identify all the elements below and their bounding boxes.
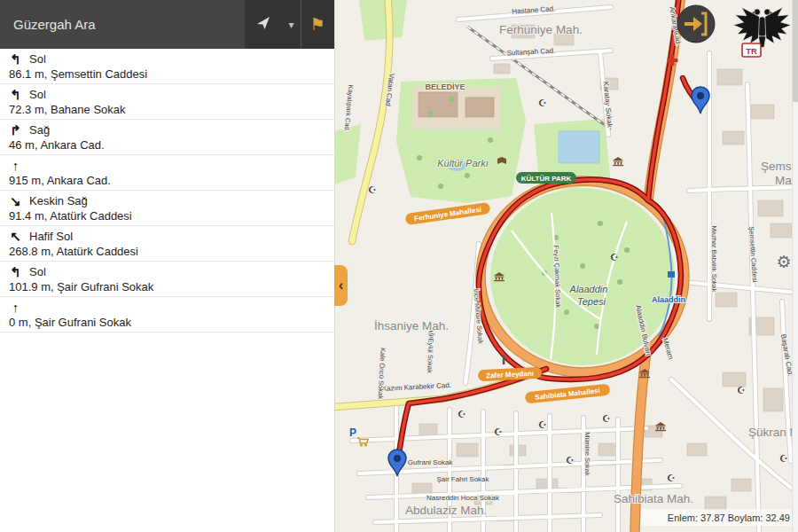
direction-row[interactable]: ↰ Sol 101.9 m, Şair Gufrani Sokak (0, 262, 334, 297)
tram-stop-marker (668, 271, 675, 278)
mosque-icon: ☪ (368, 184, 377, 195)
direction-detail: 86.1 m, Şemsettin Caddesi (9, 66, 325, 82)
search-options-dropdown[interactable]: ▾ (282, 0, 301, 49)
page-scrollbar[interactable] (792, 0, 798, 532)
hill-label: Alaaddin (569, 284, 608, 294)
district-label: Sahibiata Mah. (614, 492, 693, 505)
park-label: Kültür Parkı (437, 158, 488, 168)
mosque-icon: ☪ (610, 252, 619, 262)
svg-text:KÜLTÜR PARK: KÜLTÜR PARK (521, 175, 572, 183)
maneuver-label: Keskin Sağ (29, 194, 88, 207)
district-label: Şükran M (748, 426, 798, 439)
arrive-icon: ↑ (9, 301, 22, 314)
search-box (0, 0, 245, 49)
mosque-icon: ☪ (602, 413, 611, 424)
district-label: Abdulaziz Mah. (405, 504, 487, 517)
sharp-right-icon: ↘ (9, 194, 22, 207)
navigation-arrow-icon (256, 16, 270, 34)
mosque-icon: ☪ (566, 455, 575, 466)
search-input[interactable] (12, 16, 233, 33)
mosque-icon: ☪ (779, 453, 788, 464)
mosque-icon: ☪ (538, 98, 547, 108)
maneuver-label: Sağ (29, 123, 50, 137)
directions-list: ↰ Sol 86.1 m, Şemsettin Caddesi ↰ Sol 72… (0, 49, 334, 332)
parking-icon: P (349, 426, 356, 439)
maneuver-label: Sol (29, 88, 46, 101)
district-label: Ferhuniye Mah. (499, 23, 583, 36)
flag-button[interactable]: ⚑ (301, 0, 333, 49)
tram-stop-label: Alaaddin (652, 295, 685, 304)
slight-left-icon: ↖ (9, 230, 22, 243)
direction-row[interactable]: ↘ Keskin Sağ 91.4 m, Atatürk Caddesi (0, 191, 334, 226)
maneuver-label: Sol (29, 52, 46, 66)
direction-detail: 46 m, Ankara Cad. (9, 137, 325, 153)
mosque-icon: ☪ (494, 426, 503, 437)
settings-gear-button[interactable]: ⚙ (776, 253, 791, 271)
maneuver-label: Hafif Sol (29, 230, 73, 243)
badge-kultur-park: KÜLTÜR PARK (516, 172, 576, 184)
route-planner-app: ▾ ⚑ ↰ Sol 86.1 m, Şemsettin Caddesi ↰ So… (0, 0, 798, 532)
map-canvas[interactable]: ☪ ☪ ☪ ☪ ☪ ☪ ☪ ☪ ☪ ☪ ☪ ☪ P (334, 0, 798, 532)
direction-row[interactable]: ↑ 0 m, Şair Gufrani Sokak (0, 297, 334, 332)
turn-left-icon: ↰ (9, 52, 22, 66)
street-label: 9 Eylül Sokak (426, 332, 435, 373)
direction-detail: 101.9 m, Şair Gufrani Sokak (9, 279, 325, 294)
map-svg[interactable]: ☪ ☪ ☪ ☪ ☪ ☪ ☪ ☪ ☪ ☪ ☪ ☪ P (334, 0, 798, 532)
hill-label: Tepesi (577, 296, 606, 307)
search-bar: ▾ ⚑ (0, 0, 334, 49)
turn-left-icon: ↰ (9, 88, 22, 101)
mosque-icon: ☪ (737, 385, 746, 395)
maneuver-label: Sol (29, 265, 46, 278)
scrollbar-thumb[interactable] (793, 0, 798, 102)
turn-right-icon: ↱ (9, 123, 22, 137)
street-label: Şair Fahri Sokak (436, 475, 489, 483)
direction-detail: 72.3 m, Bahane Sokak (9, 102, 325, 117)
mosque-icon: ☪ (667, 473, 676, 483)
collapse-chevron-icon: ‹ (339, 277, 344, 294)
direction-detail: 268.8 m, Atatürk Caddesi (9, 244, 325, 259)
direction-row[interactable]: ↑ 915 m, Ankara Cad. (0, 155, 334, 191)
mosque-icon: ☪ (538, 419, 547, 430)
direction-row[interactable]: ↰ Sol 86.1 m, Şemsettin Caddesi (0, 49, 334, 84)
tr-country-badge: TR (742, 43, 761, 57)
flag-icon: ⚑ (309, 14, 325, 35)
continue-straight-icon: ↑ (9, 159, 22, 172)
district-label: İhsaniye Mah. (374, 319, 449, 332)
street-label: Nasreddin Hoca Sokak (426, 494, 500, 502)
direction-detail: 0 m, Şair Gufrani Sokak (9, 315, 325, 330)
direction-detail: 915 m, Ankara Cad. (9, 173, 325, 188)
svg-text:Enlem: 37.87 Boylam: 32.49: Enlem: 37.87 Boylam: 32.49 (668, 512, 790, 523)
belediye-label: BELEDİYE (425, 82, 465, 91)
street-label: Mazhar Babalık Sokak (710, 225, 718, 292)
direction-row[interactable]: ↱ Sağ 46 m, Ankara Cad. (0, 120, 334, 155)
login-button[interactable] (677, 5, 715, 43)
direction-row[interactable]: ↖ Hafif Sol 268.8 m, Atatürk Caddesi (0, 226, 334, 262)
direction-row[interactable]: ↰ Sol 72.3 m, Bahane Sokak (0, 84, 334, 120)
chevron-down-icon: ▾ (288, 19, 293, 31)
svg-text:TR: TR (746, 46, 757, 56)
coordinates-readout: Enlem: 37.87 Boylam: 32.49 (641, 509, 794, 526)
street-label: Mümine Sokak (583, 432, 591, 476)
sidebar-collapse-tab[interactable]: ‹ (334, 265, 348, 306)
sidebar: ▾ ⚑ ↰ Sol 86.1 m, Şemsettin Caddesi ↰ So… (0, 0, 335, 532)
turn-left-icon: ↰ (9, 265, 22, 278)
direction-detail: 91.4 m, Atatürk Caddesi (9, 208, 325, 223)
mosque-icon: ☪ (458, 409, 466, 419)
locate-button[interactable] (245, 0, 282, 49)
